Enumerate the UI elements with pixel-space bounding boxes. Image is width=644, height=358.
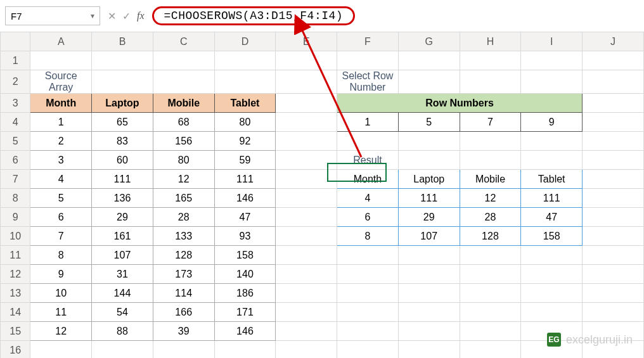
cell[interactable]: [521, 51, 583, 70]
row-header[interactable]: 6: [1, 151, 30, 170]
cell[interactable]: Select Row Number: [337, 70, 399, 94]
cell[interactable]: 144: [92, 284, 153, 303]
row-header[interactable]: 7: [1, 170, 30, 189]
cell[interactable]: [276, 51, 337, 70]
cell[interactable]: Result: [337, 151, 399, 170]
cell[interactable]: [398, 303, 460, 322]
row-header[interactable]: 8: [1, 189, 30, 208]
cell[interactable]: [276, 208, 337, 227]
cell[interactable]: [460, 265, 521, 284]
cell[interactable]: [521, 151, 583, 170]
cell[interactable]: [583, 70, 644, 94]
cell[interactable]: [398, 265, 460, 284]
cell[interactable]: [276, 151, 337, 170]
cell[interactable]: 8: [30, 246, 92, 265]
cell[interactable]: [276, 70, 337, 94]
row-header[interactable]: 1: [1, 51, 30, 70]
cell[interactable]: [583, 284, 644, 303]
cell[interactable]: [276, 246, 337, 265]
cell[interactable]: 1: [337, 113, 399, 132]
cell[interactable]: 28: [460, 208, 521, 227]
row-header[interactable]: 11: [1, 246, 30, 265]
cell[interactable]: 173: [153, 265, 214, 284]
cell[interactable]: Tablet: [214, 94, 276, 113]
row-header[interactable]: 10: [1, 227, 30, 246]
cell[interactable]: 133: [153, 227, 214, 246]
cell[interactable]: 3: [30, 151, 92, 170]
cell[interactable]: [276, 227, 337, 246]
cell[interactable]: 80: [214, 113, 276, 132]
cell[interactable]: [583, 132, 644, 151]
cell[interactable]: 1: [30, 113, 92, 132]
cell[interactable]: 7: [460, 113, 521, 132]
cell[interactable]: [460, 246, 521, 265]
cell[interactable]: [92, 341, 153, 359]
cell[interactable]: [30, 341, 92, 359]
cell[interactable]: [398, 341, 460, 359]
cell[interactable]: 60: [92, 151, 153, 170]
cell[interactable]: 107: [398, 227, 460, 246]
cell[interactable]: [460, 284, 521, 303]
cell[interactable]: 107: [92, 246, 153, 265]
cell[interactable]: 128: [460, 227, 521, 246]
chevron-down-icon[interactable]: ▾: [91, 11, 94, 20]
cell[interactable]: [30, 51, 92, 70]
row-header[interactable]: 5: [1, 132, 30, 151]
cell[interactable]: [337, 322, 399, 341]
cell[interactable]: 28: [153, 208, 214, 227]
cell[interactable]: [337, 303, 399, 322]
cell[interactable]: [583, 189, 644, 208]
cell[interactable]: 9: [30, 265, 92, 284]
cell[interactable]: 47: [521, 208, 583, 227]
cell[interactable]: [398, 284, 460, 303]
cell[interactable]: 11: [30, 303, 92, 322]
cell[interactable]: 10: [30, 284, 92, 303]
cell[interactable]: [337, 132, 399, 151]
cell[interactable]: [521, 132, 583, 151]
cell[interactable]: 4: [337, 189, 399, 208]
cell[interactable]: [214, 51, 276, 70]
cell[interactable]: 111: [398, 189, 460, 208]
cell[interactable]: [276, 113, 337, 132]
cell[interactable]: 165: [153, 189, 214, 208]
cell[interactable]: 146: [214, 322, 276, 341]
row-numbers-header[interactable]: Row Numbers: [337, 94, 583, 113]
cell[interactable]: [521, 246, 583, 265]
cell[interactable]: [337, 51, 399, 70]
cell[interactable]: 111: [92, 170, 153, 189]
cell[interactable]: [460, 303, 521, 322]
cell[interactable]: [460, 51, 521, 70]
cell[interactable]: 68: [153, 113, 214, 132]
cell[interactable]: [337, 341, 399, 359]
cell[interactable]: 136: [92, 189, 153, 208]
cell[interactable]: [583, 51, 644, 70]
row-header[interactable]: 15: [1, 322, 30, 341]
fx-icon[interactable]: fx: [137, 10, 145, 22]
row-header[interactable]: 4: [1, 113, 30, 132]
cell[interactable]: [583, 265, 644, 284]
cell[interactable]: [276, 322, 337, 341]
cell[interactable]: 47: [214, 208, 276, 227]
col-header[interactable]: B: [92, 32, 153, 51]
cell[interactable]: [583, 208, 644, 227]
col-header[interactable]: G: [398, 32, 460, 51]
col-header[interactable]: A: [30, 32, 92, 51]
cell[interactable]: [398, 132, 460, 151]
cell[interactable]: Month: [30, 94, 92, 113]
cell[interactable]: 12: [460, 189, 521, 208]
col-header[interactable]: C: [153, 32, 214, 51]
cell[interactable]: 29: [398, 208, 460, 227]
name-box[interactable]: F7 ▾: [5, 6, 100, 25]
cell[interactable]: 8: [337, 227, 399, 246]
cell[interactable]: 54: [92, 303, 153, 322]
col-header[interactable]: I: [521, 32, 583, 51]
col-header[interactable]: J: [583, 32, 644, 51]
cell[interactable]: 83: [92, 132, 153, 151]
cell[interactable]: 12: [153, 170, 214, 189]
cell[interactable]: [337, 284, 399, 303]
cell[interactable]: 5: [398, 113, 460, 132]
cell[interactable]: [460, 151, 521, 170]
cell[interactable]: 158: [214, 246, 276, 265]
cell[interactable]: Mobile: [153, 94, 214, 113]
cell[interactable]: [398, 70, 460, 94]
